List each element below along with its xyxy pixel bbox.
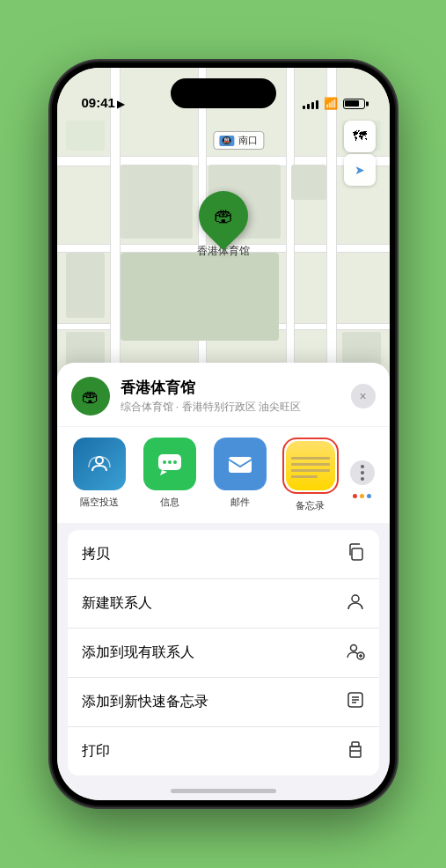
share-item-messages[interactable]: 信息 <box>135 438 205 512</box>
wifi-icon: 📶 <box>324 97 338 110</box>
messages-icon <box>143 438 196 490</box>
action-add-contact[interactable]: 添加到现有联系人 <box>68 629 379 678</box>
svg-point-2 <box>163 460 166 464</box>
home-indicator <box>171 789 276 793</box>
dynamic-island <box>171 78 276 108</box>
action-quick-note[interactable]: 添加到新快速备忘录 <box>68 678 379 727</box>
new-contact-icon <box>346 592 365 615</box>
status-icons: 📶 <box>303 97 365 110</box>
svg-point-0 <box>96 457 103 464</box>
share-item-mail[interactable]: 邮件 <box>205 438 275 512</box>
print-icon <box>346 739 365 763</box>
action-quick-note-label: 添加到新快速备忘录 <box>82 693 208 711</box>
mail-icon <box>214 438 267 490</box>
venue-desc: 综合体育馆 · 香港特别行政区 油尖旺区 <box>121 400 351 415</box>
mail-label: 邮件 <box>230 496 250 509</box>
map-type-button[interactable]: 🗺 <box>344 121 376 152</box>
svg-point-4 <box>173 460 177 464</box>
signal-bars-icon <box>303 99 318 109</box>
sheet-header: 🏟 香港体育馆 综合体育馆 · 香港特别行政区 油尖旺区 × <box>57 363 390 426</box>
add-contact-icon <box>346 641 365 665</box>
venue-name: 香港体育馆 <box>121 378 351 398</box>
svg-rect-6 <box>352 548 362 560</box>
action-print[interactable]: 打印 <box>68 727 379 776</box>
action-copy-label: 拷贝 <box>82 545 110 563</box>
copy-icon <box>346 542 365 566</box>
svg-rect-17 <box>352 742 359 747</box>
svg-point-7 <box>352 595 359 602</box>
notes-icon <box>286 441 335 490</box>
action-new-contact-label: 新建联系人 <box>82 594 152 613</box>
share-row: 隔空投送 信息 <box>57 427 390 523</box>
close-button[interactable]: × <box>351 384 376 408</box>
location-button[interactable]: ➤ <box>344 154 376 186</box>
share-item-airdrop[interactable]: 隔空投送 <box>64 438 135 512</box>
venue-info: 香港体育馆 综合体育馆 · 香港特别行政区 油尖旺区 <box>121 378 351 415</box>
airdrop-icon <box>73 438 126 490</box>
notes-label: 备忘录 <box>296 499 325 512</box>
status-time: 09:41▶ <box>82 95 124 110</box>
action-add-contact-label: 添加到现有联系人 <box>82 644 194 662</box>
share-item-notes[interactable]: 备忘录 <box>275 438 346 512</box>
messages-label: 信息 <box>160 496 179 509</box>
svg-rect-5 <box>229 457 252 473</box>
share-more-button[interactable] <box>349 438 376 512</box>
phone-frame: 09:41▶ 📶 <box>52 63 395 805</box>
venue-icon: 🏟 <box>71 377 110 416</box>
svg-rect-16 <box>350 751 361 757</box>
actions-list: 拷贝 新建联系人 <box>68 530 379 776</box>
bottom-sheet: 🏟 香港体育馆 综合体育馆 · 香港特别行政区 油尖旺区 × <box>57 363 390 800</box>
map-pin: 🏟 香港体育馆 <box>197 191 250 259</box>
map-controls: 🗺 ➤ <box>344 121 376 186</box>
airdrop-label: 隔空投送 <box>80 496 119 509</box>
map-label: 🚇 南口 <box>213 131 264 150</box>
action-new-contact[interactable]: 新建联系人 <box>68 579 379 629</box>
svg-point-3 <box>168 460 172 464</box>
battery-icon <box>343 99 365 109</box>
phone-screen: 09:41▶ 📶 <box>57 68 390 800</box>
stadium-pin-icon: 🏟 <box>214 204 233 227</box>
action-print-label: 打印 <box>82 742 110 761</box>
svg-point-8 <box>350 645 356 651</box>
action-copy[interactable]: 拷贝 <box>68 530 379 579</box>
quick-note-icon <box>346 690 365 714</box>
